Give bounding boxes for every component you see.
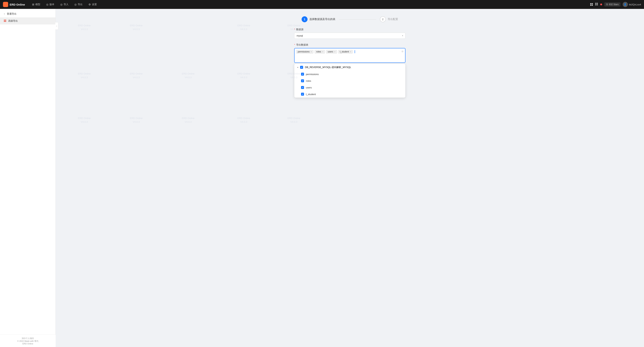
nav-model[interactable]: ⊞ 模型 (30, 2, 43, 7)
dropdown-item-t-student[interactable]: t_student (298, 91, 405, 97)
form-area: * 数据源 mysql ▾ * 导出数据表 permissions (56, 28, 644, 102)
grid-view-icon[interactable] (590, 3, 593, 6)
roles-checkbox[interactable] (301, 79, 304, 82)
main-content: ERD OnlineV4.0.3 ERD OnlineV4.0.3 ERD On… (56, 9, 644, 347)
users-checkbox[interactable] (301, 86, 304, 89)
top-nav: ERD Online ⊞ 模型 ◎ 版本 ◎ 导入 ◎ 导出 ⚙ 设置 (0, 0, 644, 9)
permissions-checkbox[interactable] (301, 73, 304, 76)
chevron-down-icon: ▾ (297, 66, 298, 68)
nav-menu: ⊞ 模型 ◎ 版本 ◎ 导入 ◎ 导出 ⚙ 设置 (30, 2, 590, 7)
logo[interactable]: ERD Online (3, 2, 25, 7)
notification-dot[interactable] (600, 3, 602, 5)
chevron-down-icon: ▾ (402, 35, 403, 37)
nav-version[interactable]: ◎ 版本 (44, 2, 57, 7)
group-checkbox[interactable] (300, 66, 303, 69)
step-1-label: 选择数据源及导出的表 (310, 17, 335, 21)
tables-section: * 导出数据表 permissions × roles × (294, 43, 406, 98)
step-divider (339, 19, 376, 19)
svg-rect-4 (595, 3, 596, 4)
svg-rect-9 (5, 20, 6, 20)
tables-label: * 导出数据表 (294, 43, 406, 46)
app-name: ERD Online (10, 3, 25, 6)
table-dropdown: ▾ DB_REVERSE_MYSQL-逆向解析_MYSQL permission… (294, 64, 406, 98)
sidebar-item-normal-export[interactable]: ↑ 普通导出 (0, 10, 56, 17)
nav-import[interactable]: ◎ 导入 (58, 2, 71, 7)
tag-t-student: t_student × (338, 50, 353, 53)
svg-rect-7 (597, 4, 598, 5)
sidebar: ↑ 普通导出 高级导出 演示个人项目 © 2022 Made with 零代 E… (0, 9, 56, 347)
export-adv-icon (4, 19, 6, 23)
tag-roles: roles × (314, 50, 325, 53)
nav-right: G 632 Stars 👤 tidJQvLso4 (590, 2, 641, 7)
dropdown-item-permissions[interactable]: permissions (298, 71, 405, 77)
svg-rect-3 (6, 5, 7, 6)
watermark: ERD OnlineV4.0.3 (78, 116, 91, 124)
model-icon: ⊞ (32, 3, 34, 6)
datasource-label: * 数据源 (294, 28, 406, 31)
user-menu[interactable]: 👤 tidJQvLso4 (623, 2, 641, 7)
svg-rect-11 (5, 21, 6, 22)
svg-rect-8 (4, 20, 5, 20)
watermark: ERD OnlineV4.0.3 (288, 116, 300, 124)
dropdown-children: permissions roles users t_student (294, 71, 405, 97)
datasource-value: mysql (296, 34, 303, 37)
watermark: ERD OnlineV4.0.3 (182, 116, 194, 124)
step-1-circle: 1 (302, 16, 308, 22)
export-icon: ◎ (74, 3, 76, 6)
form-card: * 数据源 mysql ▾ * 导出数据表 permissions (294, 28, 406, 102)
import-icon: ◎ (60, 3, 62, 6)
dropdown-item-users[interactable]: users (298, 84, 405, 91)
star-icon: G (606, 3, 608, 6)
text-cursor (355, 50, 355, 53)
step-2-circle: 2 (380, 16, 386, 22)
tag-close-permissions[interactable]: × (311, 51, 312, 53)
logo-icon (3, 2, 8, 7)
datasource-section: * 数据源 mysql ▾ (294, 28, 406, 39)
sidebar-collapse-button[interactable]: ‹ (55, 22, 58, 30)
settings-icon: ⚙ (88, 3, 91, 6)
tags-row: permissions × roles × users × t_studen (296, 50, 404, 53)
tag-users: users × (326, 50, 337, 53)
svg-rect-10 (4, 21, 5, 22)
svg-rect-1 (6, 3, 7, 4)
tag-permissions: permissions × (296, 50, 314, 53)
step-2-label: 导出配置 (388, 17, 398, 21)
star-button[interactable]: G 632 Stars (604, 2, 620, 6)
nav-settings[interactable]: ⚙ 设置 (86, 2, 100, 7)
step-1: 1 选择数据源及导出的表 (302, 16, 335, 22)
sidebar-item-advanced-export[interactable]: 高级导出 (0, 17, 56, 24)
svg-rect-5 (597, 3, 598, 4)
t-student-checkbox[interactable] (301, 93, 304, 96)
clear-tags-button[interactable]: ⊗ (402, 50, 404, 53)
watermark: ERD OnlineV4.0.3 (238, 116, 250, 124)
dropdown-group[interactable]: ▾ DB_REVERSE_MYSQL-逆向解析_MYSQL (294, 64, 405, 71)
tag-close-roles[interactable]: × (322, 51, 323, 53)
tag-close-t-student[interactable]: × (350, 51, 351, 53)
avatar: 👤 (623, 2, 628, 7)
svg-rect-2 (4, 5, 6, 6)
tag-close-users[interactable]: × (334, 51, 335, 53)
tags-input[interactable]: permissions × roles × users × t_studen (294, 48, 406, 63)
stepper: 1 选择数据源及导出的表 2 导出配置 (56, 9, 644, 28)
sidebar-footer: 演示个人项目 © 2022 Made with 零代 ERD Online (0, 335, 56, 347)
datasource-select[interactable]: mysql ▾ (294, 33, 406, 39)
step-2: 2 导出配置 (380, 16, 398, 22)
watermark: ERD OnlineV4.0.3 (130, 116, 143, 124)
version-icon: ◎ (46, 3, 48, 6)
svg-rect-6 (595, 4, 596, 5)
dropdown-item-roles[interactable]: roles (298, 77, 405, 84)
nav-export[interactable]: ◎ 导出 (72, 2, 85, 7)
upload-icon: ↑ (4, 12, 5, 15)
svg-rect-0 (4, 3, 6, 4)
group-label: DB_REVERSE_MYSQL-逆向解析_MYSQL (305, 66, 351, 69)
table-view-icon[interactable] (595, 2, 598, 6)
